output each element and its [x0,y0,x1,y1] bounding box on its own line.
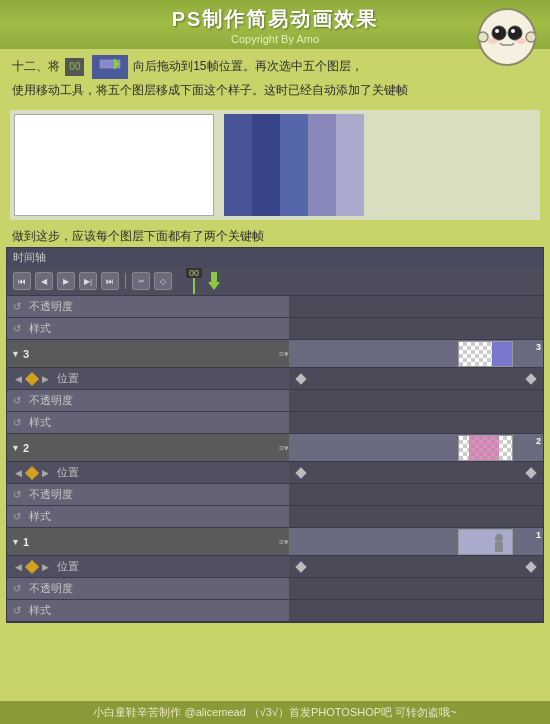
layer-1-header: ▼ 1 ≡▾ 1 [7,528,543,556]
layer-2-header: ▼ 2 ≡▾ 2 [7,434,543,462]
svg-point-9 [526,32,536,42]
timeline-header: 时间轴 [7,248,543,267]
keyframe-diamond-1[interactable] [25,560,39,574]
page-subtitle: Copyright By Amo [0,33,550,45]
step-forward-button[interactable]: ▶| [79,272,97,290]
layer-1-opacity-row: ↺ 不透明度 [7,578,543,600]
go-to-end-button[interactable]: ⏭ [101,272,119,290]
page-title: PS制作简易动画效果 [0,6,550,33]
layer-3-position-row: ◀ ▶ 位置 [7,368,543,390]
toolbar-separator [125,273,126,289]
go-to-start-button[interactable]: ⏮ [13,272,31,290]
keyframe-diamond-3[interactable] [25,372,39,386]
layer-3-thumb [458,341,513,367]
layer-groups: ↺ 不透明度 ↺ 样式 ▼ 3 ≡▾ [7,296,543,622]
color-strip-4 [308,114,336,216]
kf-right-2 [525,468,536,479]
refresh-icon-1b: ↺ [13,605,21,616]
layer-unnamed-style-row: ↺ 样式 [7,318,543,340]
keyframe-diamond-2[interactable] [25,466,39,480]
layer-2-opacity-row: ↺ 不透明度 [7,484,543,506]
refresh-icon-1: ↺ [13,301,21,312]
step-back-button[interactable]: ◀ [35,272,53,290]
kf-right-3 [525,374,536,385]
kf-left-2 [295,468,306,479]
time-badge: 00 [65,58,84,76]
cut-button[interactable]: ✂ [132,272,150,290]
color-strip-3 [280,114,308,216]
layer-2-menu-icon[interactable]: ≡▾ [279,443,289,453]
kf-left-3 [295,374,306,385]
layer-1-badge: 1 [536,530,541,540]
refresh-icon-2b: ↺ [13,511,21,522]
expand-icon-3[interactable]: ▼ [11,349,20,359]
refresh-icon-3b: ↺ [13,417,21,428]
time-line [193,278,195,294]
main-container: PS制作简易动画效果 Copyright By Amo [0,0,550,724]
keyframe-button[interactable]: ◇ [154,272,172,290]
position-label-3: 位置 [57,371,79,386]
svg-point-11 [516,38,526,44]
svg-point-3 [495,29,499,33]
step-text-line1: 十二、将 00 向后拖动到15帧位置。再次选中五个图层， [12,55,538,79]
avatar [475,5,540,70]
color-strip-5 [336,114,364,216]
expand-icon-2[interactable]: ▼ [11,443,20,453]
kf-right-1 [525,562,536,573]
step-text-line2: 使用移动工具，将五个图层移成下面这个样子。这时已经自动添加了关键帧 [12,81,538,100]
layer-1-style-row: ↺ 样式 [7,600,543,622]
svg-point-10 [488,38,498,44]
keyframe-note: 做到这步，应该每个图层下面都有了两个关键帧 [0,224,550,247]
playhead-icon [206,272,222,294]
svg-point-2 [508,26,522,40]
footer: 小白童鞋辛苦制作 @alicemead （√3√）首发PHOTOSHOP吧 可转… [0,701,550,724]
position-label-2: 位置 [57,465,79,480]
layer-2-thumb [458,435,513,461]
nav-right-3[interactable]: ▶ [42,374,49,384]
play-button[interactable]: ▶ [57,272,75,290]
content-area: 十二、将 00 向后拖动到15帧位置。再次选中五个图层， 使用移动工具，将五个图… [0,49,550,106]
layer-3-header: ▼ 3 ≡▾ 3 [7,340,543,368]
timeline-toolbar: ⏮ ◀ ▶ ▶| ⏭ ✂ ◇ 00 [7,267,543,296]
time-display: 00 [176,270,537,292]
kf-left-1 [295,562,306,573]
timeline-panel: 时间轴 ⏮ ◀ ▶ ▶| ⏭ ✂ ◇ 00 [6,247,544,623]
expand-icon-1[interactable]: ▼ [11,537,20,547]
layer-unnamed-opacity-row: ↺ 不透明度 [7,296,543,318]
svg-point-8 [478,32,488,42]
layer-3-style-row: ↺ 样式 [7,412,543,434]
refresh-icon-1a: ↺ [13,583,21,594]
svg-rect-14 [211,272,217,282]
position-label-1: 位置 [57,559,79,574]
layer-1-position-row: ◀ ▶ 位置 [7,556,543,578]
header: PS制作简易动画效果 Copyright By Amo [0,0,550,49]
layer-2-badge: 2 [536,436,541,446]
layer-1-menu-icon[interactable]: ≡▾ [279,537,289,547]
color-strip-1 [224,114,252,216]
nav-left-1[interactable]: ◀ [15,562,22,572]
refresh-icon-3a: ↺ [13,395,21,406]
layer-2-style-row: ↺ 样式 [7,506,543,528]
layer-2-position-row: ◀ ▶ 位置 [7,462,543,484]
time-label: 00 [186,268,202,278]
refresh-icon-2a: ↺ [13,489,21,500]
layer-1-label: 1 [23,536,29,548]
canvas-preview [14,114,214,216]
color-strips [224,114,364,216]
svg-point-16 [495,534,503,542]
layer-3-label: 3 [23,348,29,360]
layer-3-menu-icon[interactable]: ≡▾ [279,349,289,359]
layer-indicator [92,55,128,79]
nav-left-2[interactable]: ◀ [15,468,22,478]
nav-right-1[interactable]: ▶ [42,562,49,572]
svg-marker-15 [208,282,220,290]
svg-rect-17 [495,542,503,552]
nav-left-3[interactable]: ◀ [15,374,22,384]
nav-right-2[interactable]: ▶ [42,468,49,478]
svg-point-4 [511,29,515,33]
color-strip-2 [252,114,280,216]
layer-1-thumb [458,529,513,555]
layer-3-badge: 3 [536,342,541,352]
layer-2-label: 2 [23,442,29,454]
refresh-icon-2: ↺ [13,323,21,334]
